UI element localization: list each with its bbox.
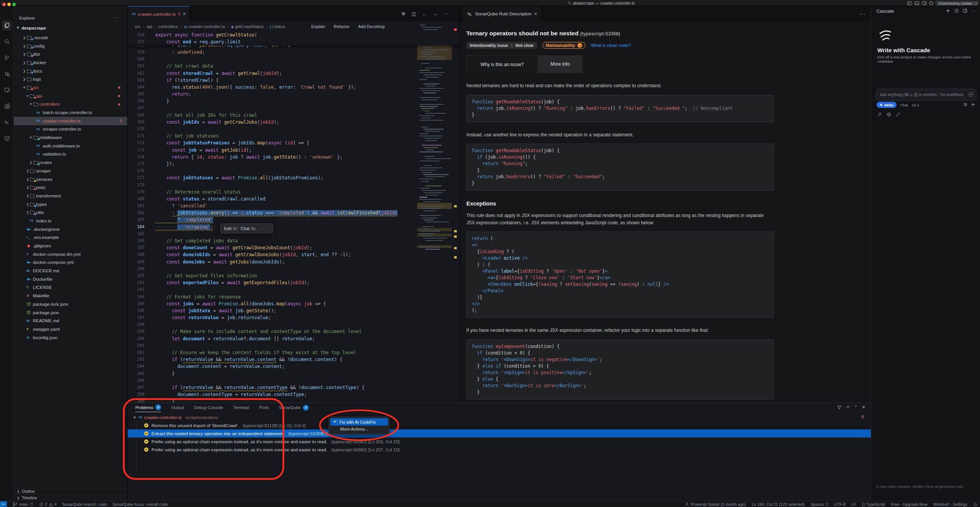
breadcrumb-item[interactable]: api (146, 24, 152, 29)
notifications-bell[interactable] (973, 502, 978, 507)
tree-folder-transformers[interactable]: ❯transformers (14, 192, 127, 200)
code-line-191[interactable]: 191 // Get exported files information (128, 272, 460, 279)
filter-icon[interactable] (837, 405, 842, 410)
problem-row[interactable]: Prefer using an optional chain expressio… (128, 437, 871, 446)
more-actions-icon[interactable]: ⋯ (444, 11, 448, 17)
tree-file-index.ts[interactable]: TSindex.ts (14, 217, 127, 225)
minimize-window-button[interactable] (7, 3, 11, 6)
tree-file-docker-compose.llm.yml[interactable]: Ydocker-compose.llm.yml (14, 250, 127, 258)
panel-tab-problems[interactable]: Problems6 (135, 403, 161, 412)
code-line-185[interactable]: 185 (128, 230, 460, 237)
code-line-187[interactable]: 187 const doneCount = await getCrawlDone… (128, 244, 460, 251)
problems-summary[interactable]: 24 (39, 502, 57, 507)
code-line-175[interactable]: 175 }); (128, 161, 460, 167)
code-line-163[interactable]: 163 if (!storedCrawl) { (128, 77, 460, 84)
code-line-203[interactable]: 203 if (returnValue && returnValue.conte… (128, 356, 460, 363)
sonarqube-branch[interactable]: SonarQube branch: main (62, 502, 107, 507)
code-line-205[interactable]: 205 } (128, 370, 460, 377)
activity-item-docker[interactable] (2, 133, 12, 143)
tree-folder-routes[interactable]: ❯routes (14, 158, 127, 167)
close-window-button[interactable] (2, 3, 6, 6)
tree-file-scraper.controller.ts[interactable]: TSscraper.controller.ts (14, 125, 127, 134)
panel-more-icon[interactable]: ··· (859, 11, 865, 18)
code-line-188[interactable]: 188 const doneJobIds = await getCrawlDon… (128, 251, 460, 258)
open-in-window-icon[interactable] (963, 8, 967, 13)
problem-row[interactable]: Remove this unused import of 'StoredCraw… (128, 421, 871, 429)
explorer-more-icon[interactable]: ··· (113, 15, 119, 20)
activity-item-source-control[interactable] (2, 53, 12, 63)
code-line-207[interactable]: 207 if (returnValue && returnValue.conte… (128, 384, 460, 391)
activity-item-extensions[interactable] (2, 101, 12, 111)
code-line-179[interactable]: 179 // Determine overall status (128, 189, 460, 196)
indentation[interactable]: Spaces: 2 (810, 502, 829, 507)
code-line-198[interactable]: 198 (128, 321, 460, 328)
code-line-172[interactable]: 172 const jobStatusPromises = jobIds.map… (128, 139, 460, 146)
code-line-161[interactable]: 161 // Get crawl data (128, 63, 460, 70)
code-line-171[interactable]: 171 // Get job statuses (128, 133, 460, 139)
settings-gear-icon[interactable]: ⚙ (401, 11, 406, 17)
close-tab-icon[interactable]: ✕ (534, 12, 537, 17)
eol[interactable]: LF (851, 502, 856, 507)
cascade-input[interactable]: Ask anything (⌘L), @ to mention, / for w… (876, 89, 977, 101)
tree-file-validation.ts[interactable]: TSvalidation.ts (14, 150, 127, 159)
chat-action[interactable]: Chat ⌘L (241, 226, 257, 231)
tree-file-.env.example[interactable]: >_.env.example (14, 234, 127, 242)
tree-file-.gitignore[interactable]: .gitignore (14, 242, 127, 250)
menu-item-fix-ai-codefix[interactable]: Fix with AI CodeFix (330, 418, 388, 426)
cascade-header-icons[interactable]: ··· (946, 8, 975, 13)
minimap[interactable] (417, 22, 452, 268)
tree-folder-docker[interactable]: ❯docker (14, 58, 127, 67)
panel-tab-terminal[interactable]: Terminal (233, 403, 249, 412)
cascade-tool-icons[interactable] (877, 112, 900, 117)
zoom-window-button[interactable] (12, 3, 16, 6)
close-panel-icon[interactable]: ✕ (862, 405, 865, 410)
tab-crawler-controller[interactable]: TS crawler.controller.ts 6 ✕ (128, 6, 190, 22)
tree-folder-tests[interactable]: ❯tests (14, 183, 127, 192)
tree-file-README.md[interactable]: M↓README.md (14, 316, 127, 325)
new-conversation-icon[interactable] (946, 8, 950, 13)
code-line-173[interactable]: 173 const job = await getJob(id); (128, 147, 460, 154)
tree-file-DOCKER.md[interactable]: M↓DOCKER.md (14, 267, 127, 275)
code-line-177[interactable]: 177 const jobStatuses = await Promise.al… (128, 174, 460, 181)
tree-folder-types[interactable]: ❯types (14, 200, 127, 209)
code-line-192[interactable]: 192 const exportedFiles = await getExpor… (128, 279, 460, 286)
cascade-mode-icons[interactable] (963, 102, 975, 107)
more-actions-icon[interactable]: ⋯ (260, 226, 264, 231)
editor-actions[interactable]: ⚙◫←→⋯ (401, 6, 448, 22)
breadcrumb-item[interactable]: TS crawler.controller.ts (184, 24, 225, 29)
tree-folder-logs[interactable]: ❯logs (14, 75, 127, 83)
code-line-162[interactable]: 162 const storedCrawl = await getCrawl(j… (128, 70, 460, 77)
lens-add-docstring[interactable]: Add Docstring (358, 24, 384, 29)
write-mode-toggle[interactable]: ✎Write (877, 102, 897, 108)
code-line-186[interactable]: 186 // Get completed jobs data (128, 237, 460, 244)
problem-row[interactable]: Prefer using an optional chain expressio… (128, 446, 871, 454)
inline-ai-widget[interactable]: Edit ⌘I Chat ⌘L ⋯ (220, 224, 273, 234)
code-line-181[interactable]: 181 ? 'cancelled' (128, 202, 460, 209)
tree-file-Dockerfile[interactable]: Dockerfile (14, 275, 127, 283)
code-line-178[interactable]: 178 (128, 182, 460, 189)
code-line-174[interactable]: 174 return { id, status: job ? await job… (128, 154, 460, 161)
tab-why-issue[interactable]: Why is this an issue? (466, 55, 538, 73)
code-line-164[interactable]: 164 res.status(404).json({ success: fals… (128, 84, 460, 91)
tree-folder-api[interactable]: ▼api (14, 92, 127, 100)
sidebar-section-outline[interactable]: ❯Outline (14, 488, 127, 494)
tab-more-info[interactable]: More Info (538, 55, 582, 73)
chevron-up-icon[interactable]: ⌃ (854, 405, 858, 410)
tree-folder-controllers[interactable]: ▼controllers (14, 100, 127, 109)
tree-folder-utils[interactable]: ❯utils (14, 208, 127, 217)
tree-file-Makefile[interactable]: ⚙Makefile (14, 292, 127, 300)
code-line-169[interactable]: 169 const jobIds = await getCrawlJobs(jo… (128, 119, 460, 126)
language-mode[interactable]: { }TypeScript (862, 502, 885, 507)
sidebar-section-timeline[interactable]: ❯Timeline (14, 494, 127, 501)
code-area[interactable]: 158 ? start + parseInt(req.query.limit, … (128, 42, 460, 403)
activity-item-sonarqube[interactable] (2, 117, 12, 127)
tree-file-tsconfig.json[interactable]: ⚙tsconfig.json (14, 333, 127, 342)
tree-file-.dockerignore[interactable]: .dockerignore (14, 225, 127, 234)
navigate-back-icon[interactable]: ← (422, 11, 427, 17)
encoding[interactable]: UTF-8 (834, 502, 846, 507)
code-line-150[interactable]: 150export async function getCrawlStatus( (128, 31, 460, 38)
tree-file-docker-compose.yml[interactable]: docker-compose.yml (14, 258, 127, 267)
breadcrumb-item[interactable]: ◈ getCrawlStatus (231, 24, 264, 29)
code-line-201[interactable]: 201 (128, 342, 460, 349)
activity-item-remote-explorer[interactable] (2, 85, 12, 95)
